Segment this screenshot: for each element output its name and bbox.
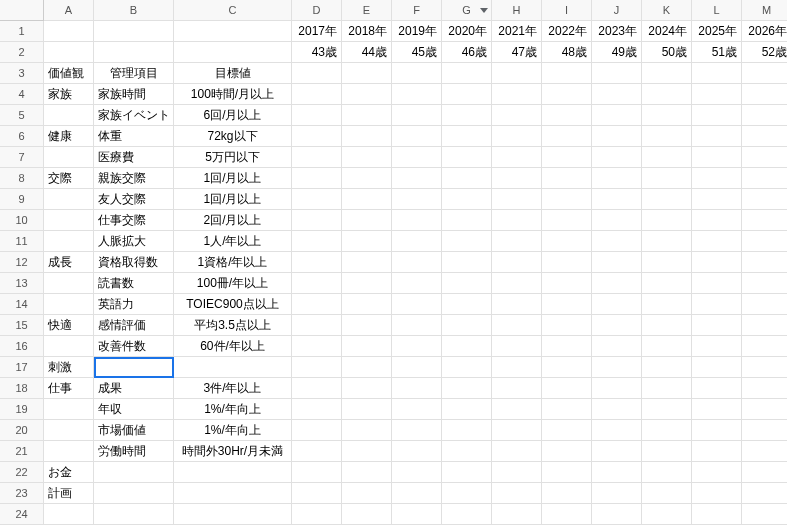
cell-K16[interactable] (642, 336, 692, 357)
cell-F18[interactable] (392, 378, 442, 399)
row-header-18[interactable]: 18 (0, 378, 44, 399)
cell-L23[interactable] (692, 483, 742, 504)
cell-L1[interactable]: 2025年 (692, 21, 742, 42)
cell-H5[interactable] (492, 105, 542, 126)
cell-D3[interactable] (292, 63, 342, 84)
cell-H21[interactable] (492, 441, 542, 462)
cell-M19[interactable] (742, 399, 787, 420)
cell-L10[interactable] (692, 210, 742, 231)
cell-H6[interactable] (492, 126, 542, 147)
cell-B19[interactable]: 年収 (94, 399, 174, 420)
cell-A3[interactable]: 価値観 (44, 63, 94, 84)
cell-J18[interactable] (592, 378, 642, 399)
cell-M1[interactable]: 2026年 (742, 21, 787, 42)
cell-L15[interactable] (692, 315, 742, 336)
cell-E16[interactable] (342, 336, 392, 357)
cell-K19[interactable] (642, 399, 692, 420)
cell-D23[interactable] (292, 483, 342, 504)
cell-L9[interactable] (692, 189, 742, 210)
cell-B23[interactable] (94, 483, 174, 504)
cell-I11[interactable] (542, 231, 592, 252)
cell-G20[interactable] (442, 420, 492, 441)
cell-B4[interactable]: 家族時間 (94, 84, 174, 105)
cell-E11[interactable] (342, 231, 392, 252)
cell-D11[interactable] (292, 231, 342, 252)
cell-M12[interactable] (742, 252, 787, 273)
cell-E22[interactable] (342, 462, 392, 483)
cell-K22[interactable] (642, 462, 692, 483)
cell-F16[interactable] (392, 336, 442, 357)
cell-L19[interactable] (692, 399, 742, 420)
cell-M9[interactable] (742, 189, 787, 210)
cell-A17[interactable]: 刺激 (44, 357, 94, 378)
cell-F13[interactable] (392, 273, 442, 294)
cell-A23[interactable]: 計画 (44, 483, 94, 504)
cell-J21[interactable] (592, 441, 642, 462)
cell-I21[interactable] (542, 441, 592, 462)
cell-L17[interactable] (692, 357, 742, 378)
cell-K8[interactable] (642, 168, 692, 189)
cell-A6[interactable]: 健康 (44, 126, 94, 147)
cell-H20[interactable] (492, 420, 542, 441)
cell-D9[interactable] (292, 189, 342, 210)
cell-M10[interactable] (742, 210, 787, 231)
cell-L18[interactable] (692, 378, 742, 399)
cell-G4[interactable] (442, 84, 492, 105)
cell-I6[interactable] (542, 126, 592, 147)
cell-D2[interactable]: 43歳 (292, 42, 342, 63)
cell-D21[interactable] (292, 441, 342, 462)
cell-C14[interactable]: TOIEC900点以上 (174, 294, 292, 315)
cell-B1[interactable] (94, 21, 174, 42)
cell-J5[interactable] (592, 105, 642, 126)
cell-H8[interactable] (492, 168, 542, 189)
cell-E24[interactable] (342, 504, 392, 525)
cell-B10[interactable]: 仕事交際 (94, 210, 174, 231)
row-header-24[interactable]: 24 (0, 504, 44, 525)
cell-G12[interactable] (442, 252, 492, 273)
cell-A14[interactable] (44, 294, 94, 315)
cell-I18[interactable] (542, 378, 592, 399)
cell-D19[interactable] (292, 399, 342, 420)
col-header-H[interactable]: H (492, 0, 542, 21)
cell-L2[interactable]: 51歳 (692, 42, 742, 63)
row-header-17[interactable]: 17 (0, 357, 44, 378)
cell-C24[interactable] (174, 504, 292, 525)
cell-K4[interactable] (642, 84, 692, 105)
cell-C5[interactable]: 6回/月以上 (174, 105, 292, 126)
cell-J9[interactable] (592, 189, 642, 210)
cell-L12[interactable] (692, 252, 742, 273)
cell-I20[interactable] (542, 420, 592, 441)
cell-G1[interactable]: 2020年 (442, 21, 492, 42)
row-header-6[interactable]: 6 (0, 126, 44, 147)
cell-G13[interactable] (442, 273, 492, 294)
cell-A20[interactable] (44, 420, 94, 441)
cell-A15[interactable]: 快適 (44, 315, 94, 336)
cell-I10[interactable] (542, 210, 592, 231)
row-header-16[interactable]: 16 (0, 336, 44, 357)
cell-A5[interactable] (44, 105, 94, 126)
cell-F20[interactable] (392, 420, 442, 441)
cell-J10[interactable] (592, 210, 642, 231)
cell-G2[interactable]: 46歳 (442, 42, 492, 63)
cell-B2[interactable] (94, 42, 174, 63)
cell-F14[interactable] (392, 294, 442, 315)
cell-L14[interactable] (692, 294, 742, 315)
cell-J1[interactable]: 2023年 (592, 21, 642, 42)
cell-F17[interactable] (392, 357, 442, 378)
cell-H14[interactable] (492, 294, 542, 315)
cell-J11[interactable] (592, 231, 642, 252)
cell-M11[interactable] (742, 231, 787, 252)
cell-L8[interactable] (692, 168, 742, 189)
cell-G8[interactable] (442, 168, 492, 189)
cell-G19[interactable] (442, 399, 492, 420)
cell-H1[interactable]: 2021年 (492, 21, 542, 42)
cell-G7[interactable] (442, 147, 492, 168)
cell-B5[interactable]: 家族イベント (94, 105, 174, 126)
cell-I17[interactable] (542, 357, 592, 378)
cell-I2[interactable]: 48歳 (542, 42, 592, 63)
cell-M20[interactable] (742, 420, 787, 441)
cell-F22[interactable] (392, 462, 442, 483)
col-header-F[interactable]: F (392, 0, 442, 21)
cell-I5[interactable] (542, 105, 592, 126)
cell-M18[interactable] (742, 378, 787, 399)
